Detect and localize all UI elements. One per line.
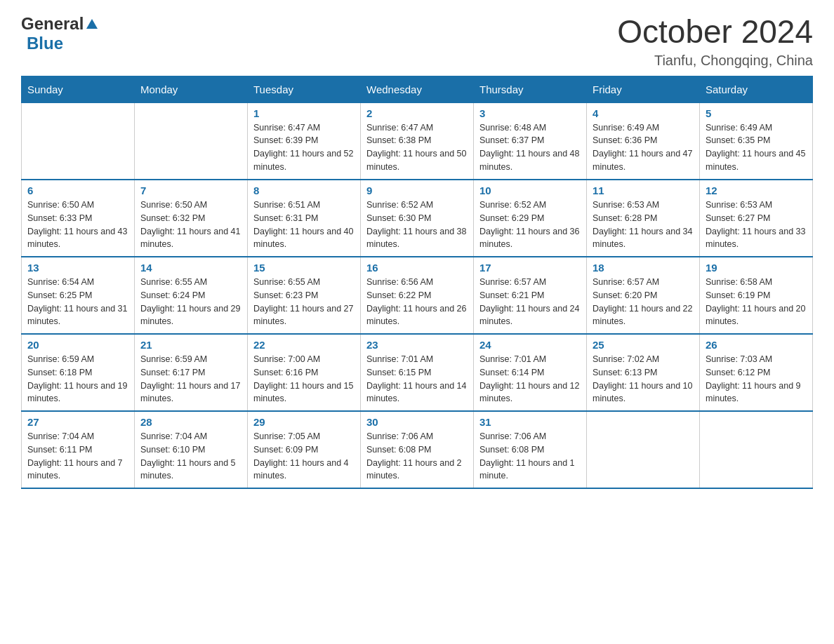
calendar-cell: 15Sunrise: 6:55 AMSunset: 6:23 PMDayligh… (248, 257, 361, 334)
calendar-header-row: SundayMondayTuesdayWednesdayThursdayFrid… (22, 76, 813, 102)
calendar-cell: 19Sunrise: 6:58 AMSunset: 6:19 PMDayligh… (700, 257, 813, 334)
calendar-cell: 29Sunrise: 7:05 AMSunset: 6:09 PMDayligh… (248, 411, 361, 488)
calendar-week-row: 27Sunrise: 7:04 AMSunset: 6:11 PMDayligh… (22, 411, 813, 488)
day-detail: Sunrise: 6:59 AMSunset: 6:18 PMDaylight:… (27, 353, 128, 405)
calendar-cell: 11Sunrise: 6:53 AMSunset: 6:28 PMDayligh… (587, 180, 700, 257)
day-detail: Sunrise: 7:04 AMSunset: 6:11 PMDaylight:… (27, 430, 128, 483)
calendar-cell: 6Sunrise: 6:50 AMSunset: 6:33 PMDaylight… (22, 180, 135, 257)
day-detail: Sunrise: 7:01 AMSunset: 6:15 PMDaylight:… (366, 353, 468, 405)
day-number: 13 (27, 262, 128, 274)
calendar-cell: 2Sunrise: 6:47 AMSunset: 6:38 PMDaylight… (361, 102, 474, 180)
title-area: October 2024 Tianfu, Chongqing, China (617, 14, 813, 69)
calendar-cell: 25Sunrise: 7:02 AMSunset: 6:13 PMDayligh… (587, 334, 700, 411)
calendar-cell: 17Sunrise: 6:57 AMSunset: 6:21 PMDayligh… (474, 257, 587, 334)
day-number: 28 (140, 416, 241, 428)
day-detail: Sunrise: 6:47 AMSunset: 6:38 PMDaylight:… (366, 121, 468, 174)
calendar-week-row: 6Sunrise: 6:50 AMSunset: 6:33 PMDaylight… (22, 180, 813, 257)
logo-blue-text: Blue (27, 34, 63, 53)
day-number: 23 (366, 339, 468, 351)
day-number: 17 (479, 262, 581, 274)
day-detail: Sunrise: 6:50 AMSunset: 6:33 PMDaylight:… (27, 199, 128, 251)
calendar-cell: 24Sunrise: 7:01 AMSunset: 6:14 PMDayligh… (474, 334, 587, 411)
calendar-cell: 23Sunrise: 7:01 AMSunset: 6:15 PMDayligh… (361, 334, 474, 411)
day-number: 15 (253, 262, 355, 274)
col-header-saturday: Saturday (700, 76, 813, 102)
day-detail: Sunrise: 6:53 AMSunset: 6:28 PMDaylight:… (593, 199, 694, 251)
day-number: 1 (253, 107, 355, 119)
day-detail: Sunrise: 6:55 AMSunset: 6:24 PMDaylight:… (140, 276, 241, 328)
day-detail: Sunrise: 7:04 AMSunset: 6:10 PMDaylight:… (140, 430, 241, 483)
subtitle: Tianfu, Chongqing, China (617, 53, 813, 69)
col-header-thursday: Thursday (474, 76, 587, 102)
calendar-cell: 22Sunrise: 7:00 AMSunset: 6:16 PMDayligh… (248, 334, 361, 411)
day-detail: Sunrise: 6:53 AMSunset: 6:27 PMDaylight:… (706, 199, 807, 251)
day-detail: Sunrise: 6:47 AMSunset: 6:39 PMDaylight:… (253, 121, 355, 174)
day-detail: Sunrise: 7:05 AMSunset: 6:09 PMDaylight:… (253, 430, 355, 483)
day-number: 16 (366, 262, 468, 274)
calendar-cell: 14Sunrise: 6:55 AMSunset: 6:24 PMDayligh… (135, 257, 248, 334)
main-title: October 2024 (617, 14, 813, 50)
day-number: 18 (593, 262, 694, 274)
day-detail: Sunrise: 6:59 AMSunset: 6:17 PMDaylight:… (140, 353, 241, 405)
day-detail: Sunrise: 6:54 AMSunset: 6:25 PMDaylight:… (27, 276, 128, 328)
col-header-friday: Friday (587, 76, 700, 102)
day-detail: Sunrise: 6:52 AMSunset: 6:29 PMDaylight:… (479, 199, 581, 251)
day-detail: Sunrise: 6:49 AMSunset: 6:36 PMDaylight:… (593, 121, 694, 174)
day-number: 30 (366, 416, 468, 428)
calendar-cell: 28Sunrise: 7:04 AMSunset: 6:10 PMDayligh… (135, 411, 248, 488)
day-detail: Sunrise: 7:00 AMSunset: 6:16 PMDaylight:… (253, 353, 355, 405)
calendar-cell (135, 102, 248, 180)
calendar-cell: 20Sunrise: 6:59 AMSunset: 6:18 PMDayligh… (22, 334, 135, 411)
day-number: 22 (253, 339, 355, 351)
day-number: 7 (140, 185, 241, 196)
day-detail: Sunrise: 7:02 AMSunset: 6:13 PMDaylight:… (593, 353, 694, 405)
day-detail: Sunrise: 6:55 AMSunset: 6:23 PMDaylight:… (253, 276, 355, 328)
day-number: 6 (27, 185, 128, 196)
day-detail: Sunrise: 6:57 AMSunset: 6:21 PMDaylight:… (479, 276, 581, 328)
calendar-cell: 18Sunrise: 6:57 AMSunset: 6:20 PMDayligh… (587, 257, 700, 334)
day-number: 20 (27, 339, 128, 351)
calendar-cell: 27Sunrise: 7:04 AMSunset: 6:11 PMDayligh… (22, 411, 135, 488)
day-detail: Sunrise: 7:01 AMSunset: 6:14 PMDaylight:… (479, 353, 581, 405)
col-header-wednesday: Wednesday (361, 76, 474, 102)
calendar-cell: 21Sunrise: 6:59 AMSunset: 6:17 PMDayligh… (135, 334, 248, 411)
day-number: 31 (479, 416, 581, 428)
day-number: 12 (706, 185, 807, 196)
day-number: 10 (479, 185, 581, 196)
day-number: 3 (479, 107, 581, 119)
calendar-cell: 8Sunrise: 6:51 AMSunset: 6:31 PMDaylight… (248, 180, 361, 257)
day-detail: Sunrise: 6:50 AMSunset: 6:32 PMDaylight:… (140, 199, 241, 251)
calendar-cell (22, 102, 135, 180)
calendar-cell: 30Sunrise: 7:06 AMSunset: 6:08 PMDayligh… (361, 411, 474, 488)
day-detail: Sunrise: 7:06 AMSunset: 6:08 PMDaylight:… (366, 430, 468, 483)
svg-marker-0 (86, 19, 98, 29)
day-number: 14 (140, 262, 241, 274)
page-header: General Blue October 2024 Tianfu, Chongq… (21, 14, 813, 69)
day-number: 21 (140, 339, 241, 351)
day-detail: Sunrise: 6:56 AMSunset: 6:22 PMDaylight:… (366, 276, 468, 328)
calendar-cell: 3Sunrise: 6:48 AMSunset: 6:37 PMDaylight… (474, 102, 587, 180)
calendar-cell: 26Sunrise: 7:03 AMSunset: 6:12 PMDayligh… (700, 334, 813, 411)
logo-general-text: General (21, 14, 84, 34)
day-number: 5 (706, 107, 807, 119)
day-detail: Sunrise: 6:48 AMSunset: 6:37 PMDaylight:… (479, 121, 581, 174)
day-number: 19 (706, 262, 807, 274)
calendar-cell: 10Sunrise: 6:52 AMSunset: 6:29 PMDayligh… (474, 180, 587, 257)
day-number: 29 (253, 416, 355, 428)
calendar-week-row: 13Sunrise: 6:54 AMSunset: 6:25 PMDayligh… (22, 257, 813, 334)
calendar-week-row: 20Sunrise: 6:59 AMSunset: 6:18 PMDayligh… (22, 334, 813, 411)
calendar-cell: 31Sunrise: 7:06 AMSunset: 6:08 PMDayligh… (474, 411, 587, 488)
col-header-monday: Monday (135, 76, 248, 102)
calendar-cell: 4Sunrise: 6:49 AMSunset: 6:36 PMDaylight… (587, 102, 700, 180)
calendar-cell: 13Sunrise: 6:54 AMSunset: 6:25 PMDayligh… (22, 257, 135, 334)
calendar-week-row: 1Sunrise: 6:47 AMSunset: 6:39 PMDaylight… (22, 102, 813, 180)
day-detail: Sunrise: 6:58 AMSunset: 6:19 PMDaylight:… (706, 276, 807, 328)
calendar-cell (700, 411, 813, 488)
day-detail: Sunrise: 6:57 AMSunset: 6:20 PMDaylight:… (593, 276, 694, 328)
calendar-cell: 1Sunrise: 6:47 AMSunset: 6:39 PMDaylight… (248, 102, 361, 180)
day-detail: Sunrise: 6:51 AMSunset: 6:31 PMDaylight:… (253, 199, 355, 251)
day-number: 26 (706, 339, 807, 351)
calendar-cell: 12Sunrise: 6:53 AMSunset: 6:27 PMDayligh… (700, 180, 813, 257)
col-header-sunday: Sunday (22, 76, 135, 102)
logo-triangle-icon (85, 18, 99, 32)
